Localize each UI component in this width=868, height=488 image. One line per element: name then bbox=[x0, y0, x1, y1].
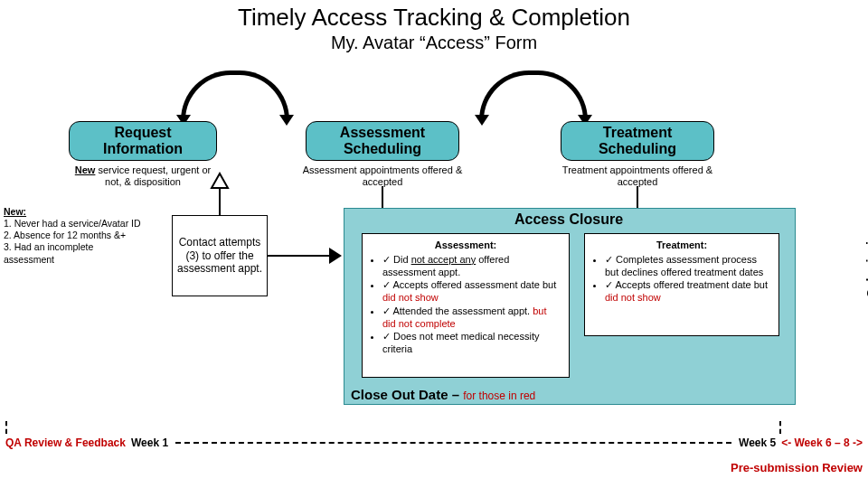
timeline-dash bbox=[175, 442, 731, 444]
pre-submission-review-label: Pre-submission Review bbox=[731, 461, 863, 474]
diagram-canvas: Timely Access Tracking & Completion My. … bbox=[0, 0, 868, 488]
connector-contact-up bbox=[219, 188, 221, 215]
connector-contact-right bbox=[268, 255, 331, 257]
new-definition: New: 1. Never had a service/Avatar ID 2.… bbox=[4, 206, 146, 266]
stage-treatment-sub: Treatment appointments offered & accepte… bbox=[555, 164, 720, 188]
arrowhead-up-icon bbox=[210, 172, 230, 192]
week-5-label: Week 5 bbox=[739, 436, 776, 449]
qa-review-label: QA Review & Feedback bbox=[5, 436, 126, 449]
page-title: Timely Access Tracking & Completion bbox=[0, 4, 868, 32]
tick-left bbox=[5, 421, 7, 434]
stage-assessment: Assessment Scheduling bbox=[306, 121, 459, 161]
svg-marker-0 bbox=[212, 174, 228, 188]
qa-timeline: QA Review & Feedback Week 1 Week 5 <- We… bbox=[5, 434, 863, 452]
arc-1 bbox=[181, 70, 289, 120]
week-6-8-label: <- Week 6 – 8 -> bbox=[781, 436, 863, 449]
access-closure-title: Access Closure bbox=[344, 211, 794, 228]
connector-assess-down bbox=[382, 186, 383, 208]
tick-right bbox=[779, 421, 781, 434]
closure-assessment-box: Assessment: ✓ Did not accept any offered… bbox=[362, 233, 570, 378]
stage-request-sub: New service request, urgent or not, & di… bbox=[69, 164, 217, 188]
arc-2 bbox=[479, 70, 588, 120]
stage-treatment: Treatment Scheduling bbox=[561, 121, 714, 161]
submission-label: ← Submission bbox=[864, 226, 868, 314]
close-out-date: Close Out Date – for those in red bbox=[351, 387, 535, 402]
stage-assessment-sub: Assessment appointments offered & accept… bbox=[298, 164, 467, 188]
connector-treat-down bbox=[637, 186, 638, 208]
stage-request: Request Information bbox=[69, 121, 217, 161]
contact-attempts-box: Contact attempts (3) to offer the assess… bbox=[172, 215, 268, 296]
week-1-label: Week 1 bbox=[131, 436, 168, 449]
page-subtitle: My. Avatar “Access” Form bbox=[0, 33, 868, 53]
arrowhead-right-icon bbox=[329, 248, 342, 264]
closure-treatment-box: Treatment: ✓ Completes assessment proces… bbox=[584, 233, 779, 336]
